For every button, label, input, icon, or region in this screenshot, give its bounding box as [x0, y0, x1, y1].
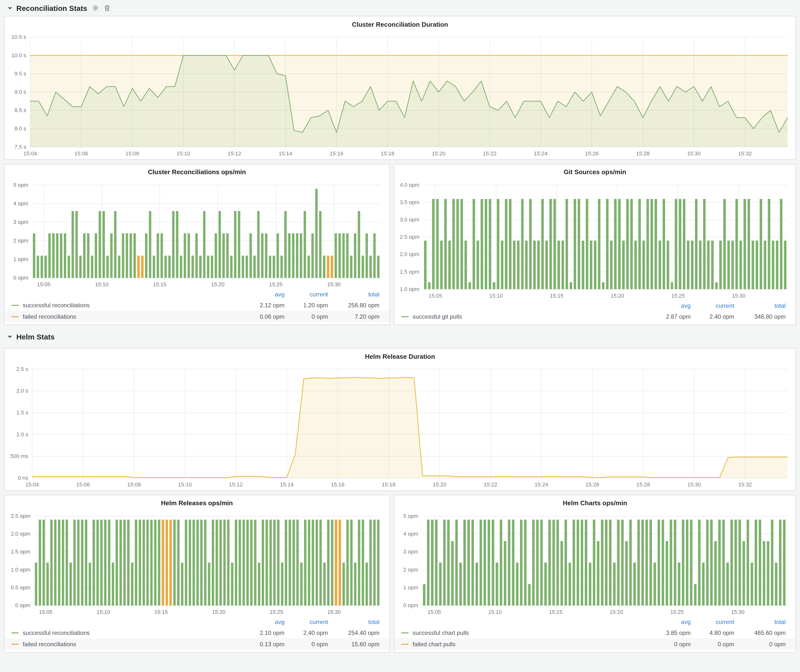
series-color-swatch [401, 643, 409, 645]
svg-text:15:20: 15:20 [432, 150, 445, 157]
svg-text:0 opm: 0 opm [403, 602, 418, 608]
helm-charts-ops-chart[interactable]: 0 opm1 opm2 opm3 opm4 opm5 opm15:0515:10… [394, 511, 795, 617]
svg-text:15:15: 15:15 [154, 609, 168, 615]
svg-text:1.0 opm: 1.0 opm [400, 286, 419, 292]
trash-icon[interactable] [104, 5, 110, 11]
legend-sort-avg[interactable]: avg [233, 619, 285, 626]
legend-sort-avg[interactable]: avg [233, 291, 285, 298]
svg-text:2.5 opm: 2.5 opm [11, 513, 30, 519]
svg-text:15:12: 15:12 [227, 150, 241, 157]
legend-sort-avg[interactable]: avg [639, 302, 691, 309]
helm-releases-ops-chart[interactable]: 0 opm0.5 opm1.0 opm1.5 opm2.0 opm2.5 opm… [5, 511, 389, 617]
row-title: Reconciliation Stats [16, 4, 87, 12]
svg-text:15:28: 15:28 [636, 150, 650, 157]
legend-row: failed reconciliations0.13 opm0 opm15.60… [5, 638, 389, 650]
svg-text:15:25: 15:25 [269, 281, 283, 287]
row-collapse-toggle[interactable]: Helm Stats [7, 332, 55, 341]
svg-text:15:10: 15:10 [489, 293, 503, 299]
panel-title[interactable]: Helm Release Duration [365, 353, 435, 360]
panel-title[interactable]: Helm Releases ops/min [161, 499, 233, 507]
svg-text:1.5 opm: 1.5 opm [11, 549, 30, 555]
legend-value-current: 4.80 opm [691, 629, 734, 636]
legend-sort-total[interactable]: total [328, 619, 379, 626]
legend-sort-total[interactable]: total [734, 619, 786, 626]
svg-text:4 opm: 4 opm [403, 530, 418, 537]
legend: avgcurrenttotalsuccessful chart pulls3.8… [394, 617, 795, 652]
panel-helm-release-duration: Helm Release Duration0 ns500 ms1.0 s1.5 … [4, 348, 796, 491]
legend-value-avg: 0.06 opm [233, 313, 285, 320]
svg-text:5 opm: 5 opm [403, 513, 418, 519]
svg-text:15:30: 15:30 [731, 609, 744, 615]
svg-text:10.5 s: 10.5 s [11, 34, 26, 40]
svg-text:15:06: 15:06 [76, 482, 90, 488]
cluster-reconciliation-duration-chart[interactable]: 7.5 s8.0 s8.5 s9.0 s9.5 s10.0 s10.5 s15:… [5, 32, 795, 159]
svg-text:5 opm: 5 opm [13, 182, 28, 188]
grafana-dashboard: Reconciliation Stats Cluster Reconciliat… [0, 0, 800, 672]
legend: avgcurrenttotalsuccessful reconciliation… [5, 290, 389, 325]
panel-title[interactable]: Helm Charts ops/min [563, 499, 627, 507]
series-color-swatch [11, 305, 19, 306]
svg-text:15:12: 15:12 [229, 482, 243, 488]
panel-title[interactable]: Git Sources ops/min [564, 168, 626, 176]
svg-text:15:10: 15:10 [178, 482, 192, 488]
legend-sort-total[interactable]: total [734, 302, 786, 309]
legend-series-toggle[interactable]: successful chart pulls [413, 629, 639, 636]
svg-text:9.5 s: 9.5 s [14, 70, 26, 77]
panel-helm-releases-ops: Helm Releases ops/min0 opm0.5 opm1.0 opm… [4, 495, 390, 653]
svg-text:0 opm: 0 opm [15, 602, 30, 608]
legend-sort-current[interactable]: current [285, 291, 328, 298]
legend-sort-avg[interactable]: avg [639, 619, 691, 626]
svg-text:0 opm: 0 opm [13, 274, 28, 281]
svg-text:1 opm: 1 opm [403, 584, 418, 590]
legend-sort-current[interactable]: current [691, 302, 734, 309]
legend-series-toggle[interactable]: successful reconciliations [23, 302, 233, 309]
svg-text:15:26: 15:26 [586, 482, 599, 488]
svg-text:15:05: 15:05 [37, 281, 50, 287]
gear-icon[interactable] [92, 5, 99, 11]
git-sources-ops-chart[interactable]: 1.0 opm1.5 opm2.0 opm2.5 opm3.0 opm3.5 o… [394, 180, 795, 301]
series-color-swatch [11, 632, 19, 633]
legend-sort-current[interactable]: current [285, 619, 328, 626]
row-collapse-toggle[interactable]: Reconciliation Stats [7, 4, 87, 12]
legend-value-total: 346.80 opm [734, 313, 786, 320]
legend-value-total: 0 opm [734, 641, 786, 648]
svg-text:15:30: 15:30 [687, 150, 701, 157]
panel-title[interactable]: Cluster Reconciliations ops/min [148, 168, 246, 176]
svg-text:15:24: 15:24 [534, 150, 547, 157]
helm-release-duration-chart[interactable]: 0 ns500 ms1.0 s1.5 s2.0 s2.5 s15:0415:06… [5, 364, 795, 490]
legend-series-toggle[interactable]: successful git pulls [413, 313, 639, 320]
svg-text:8.5 s: 8.5 s [14, 107, 26, 113]
legend-sort-total[interactable]: total [328, 291, 379, 298]
legend-value-total: 465.60 opm [734, 629, 786, 636]
svg-text:15:10: 15:10 [97, 609, 110, 615]
legend-series-toggle[interactable]: failed reconciliations [23, 313, 233, 320]
svg-text:15:18: 15:18 [381, 150, 394, 157]
svg-text:15:30: 15:30 [327, 609, 341, 615]
legend-series-toggle[interactable]: failed chart pulls [413, 641, 639, 648]
svg-text:15:20: 15:20 [211, 281, 224, 287]
svg-text:2.0 s: 2.0 s [16, 388, 28, 394]
legend-sort-current[interactable]: current [691, 619, 734, 626]
panel-title[interactable]: Cluster Reconciliation Duration [352, 21, 448, 28]
legend-row: successful chart pulls3.85 opm4.80 opm46… [394, 627, 795, 638]
legend-value-avg: 2.12 opm [233, 302, 285, 309]
svg-text:7.5 s: 7.5 s [14, 144, 26, 150]
legend-row: failed reconciliations0.06 opm0 opm7.20 … [5, 311, 389, 322]
svg-text:15:14: 15:14 [278, 150, 292, 157]
svg-text:15:25: 15:25 [670, 609, 684, 615]
svg-text:9.0 s: 9.0 s [14, 89, 26, 95]
legend-row: successful reconciliations2.10 opm2.40 o… [5, 627, 389, 638]
svg-text:15:18: 15:18 [382, 482, 395, 488]
legend-series-toggle[interactable]: failed reconciliations [23, 641, 233, 648]
svg-text:2.5 s: 2.5 s [16, 366, 28, 372]
svg-text:15:30: 15:30 [327, 281, 341, 287]
svg-text:15:05: 15:05 [427, 609, 441, 615]
svg-text:1 opm: 1 opm [13, 256, 28, 262]
legend-row: successful git pulls2.87 opm2.40 opm346.… [394, 311, 795, 322]
row-header-helm-stats: Helm Stats [4, 329, 796, 344]
legend-series-toggle[interactable]: successful reconciliations [23, 629, 233, 636]
cluster-reconciliations-ops-chart[interactable]: 0 opm1 opm2 opm3 opm4 opm5 opm15:0515:10… [5, 180, 389, 290]
svg-text:15:28: 15:28 [637, 482, 650, 488]
row-header-reconciliation-stats: Reconciliation Stats [4, 0, 796, 16]
panel-git-sources-ops: Git Sources ops/min1.0 opm1.5 opm2.0 opm… [394, 164, 796, 325]
